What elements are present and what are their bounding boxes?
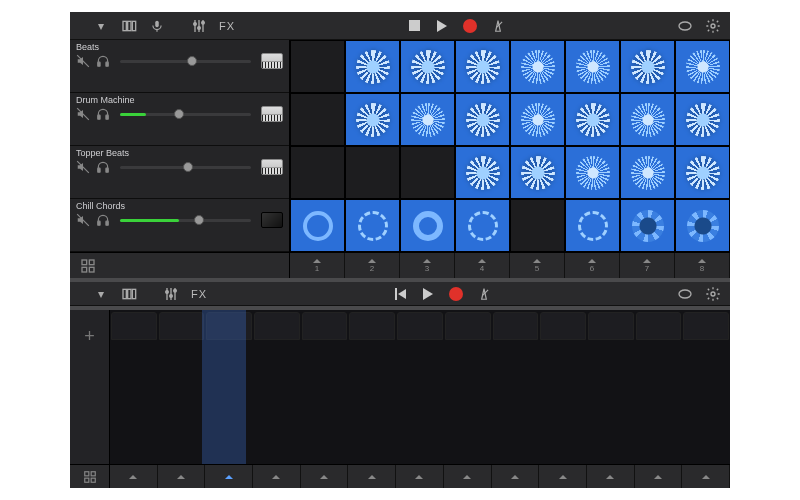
section-trigger[interactable] <box>301 465 349 488</box>
fx-button-lower[interactable]: FX <box>190 285 208 303</box>
view-mode-dropdown[interactable]: ▾ <box>92 17 110 35</box>
mute-icon[interactable] <box>76 160 90 174</box>
add-track-button[interactable]: + <box>70 310 110 464</box>
instrument-icon[interactable] <box>261 53 283 69</box>
section-trigger[interactable] <box>205 465 253 488</box>
loop-cell[interactable] <box>345 146 400 199</box>
region-slot[interactable] <box>445 312 491 340</box>
headphones-icon[interactable] <box>96 213 110 227</box>
column-trigger[interactable]: 5 <box>510 253 565 278</box>
loop-cell[interactable] <box>675 146 730 199</box>
arrangement-lanes[interactable] <box>110 310 730 464</box>
volume-slider[interactable] <box>120 219 251 222</box>
loop-cell[interactable] <box>675 93 730 146</box>
region-slot[interactable] <box>159 312 205 340</box>
region-slot[interactable] <box>540 312 586 340</box>
column-trigger[interactable]: 1 <box>290 253 345 278</box>
loop-cell[interactable] <box>620 146 675 199</box>
column-trigger[interactable]: 6 <box>565 253 620 278</box>
section-trigger[interactable] <box>158 465 206 488</box>
instrument-icon[interactable] <box>261 106 283 122</box>
loop-cell[interactable] <box>565 146 620 199</box>
column-trigger[interactable]: 8 <box>675 253 730 278</box>
loop-cell[interactable] <box>345 93 400 146</box>
region-slot[interactable] <box>493 312 539 340</box>
fx-grid-button-lower[interactable] <box>70 465 110 488</box>
loop-cell[interactable] <box>345 199 400 252</box>
volume-slider[interactable] <box>120 113 251 116</box>
stop-button[interactable] <box>405 17 423 35</box>
go-to-start-button[interactable] <box>391 285 409 303</box>
loop-cell[interactable] <box>620 40 675 93</box>
play-button-lower[interactable] <box>419 285 437 303</box>
view-mode-dropdown-lower[interactable]: ▾ <box>92 285 110 303</box>
column-trigger[interactable]: 7 <box>620 253 675 278</box>
loop-cell[interactable] <box>565 40 620 93</box>
record-button[interactable] <box>461 17 479 35</box>
column-trigger[interactable]: 3 <box>400 253 455 278</box>
section-trigger[interactable] <box>635 465 683 488</box>
track-header[interactable]: Drum Machine <box>70 93 289 146</box>
headphones-icon[interactable] <box>96 160 110 174</box>
region-slot[interactable] <box>302 312 348 340</box>
column-trigger[interactable]: 2 <box>345 253 400 278</box>
region-slot[interactable] <box>588 312 634 340</box>
instrument-icon[interactable] <box>261 212 283 228</box>
loop-cell[interactable] <box>565 93 620 146</box>
region-slot[interactable] <box>397 312 443 340</box>
loop-cell[interactable] <box>455 146 510 199</box>
loop-cell[interactable] <box>620 93 675 146</box>
fx-button[interactable]: FX <box>218 17 236 35</box>
metronome-button[interactable] <box>489 17 507 35</box>
section-trigger[interactable] <box>396 465 444 488</box>
column-trigger[interactable]: 4 <box>455 253 510 278</box>
region-slot[interactable] <box>683 312 729 340</box>
mic-icon[interactable] <box>148 17 166 35</box>
metronome-button-lower[interactable] <box>475 285 493 303</box>
loop-cell[interactable] <box>400 146 455 199</box>
headphones-icon[interactable] <box>96 107 110 121</box>
section-trigger[interactable] <box>110 465 158 488</box>
record-button-lower[interactable] <box>447 285 465 303</box>
section-trigger[interactable] <box>539 465 587 488</box>
headphones-icon[interactable] <box>96 54 110 68</box>
loop-cell[interactable] <box>400 40 455 93</box>
mixer-icon-lower[interactable] <box>162 285 180 303</box>
region-slot[interactable] <box>111 312 157 340</box>
loop-cell[interactable] <box>510 199 565 252</box>
section-trigger[interactable] <box>682 465 730 488</box>
track-header[interactable]: Chill Chords <box>70 199 289 252</box>
mute-icon[interactable] <box>76 54 90 68</box>
volume-slider[interactable] <box>120 166 251 169</box>
region-slot[interactable] <box>254 312 300 340</box>
loop-cell[interactable] <box>620 199 675 252</box>
loop-cell[interactable] <box>565 199 620 252</box>
loop-cell[interactable] <box>675 40 730 93</box>
loop-cell[interactable] <box>455 199 510 252</box>
loop-cell[interactable] <box>510 93 565 146</box>
section-trigger[interactable] <box>348 465 396 488</box>
section-trigger[interactable] <box>587 465 635 488</box>
loop-cell[interactable] <box>345 40 400 93</box>
instrument-icon[interactable] <box>261 159 283 175</box>
section-trigger[interactable] <box>253 465 301 488</box>
settings-button[interactable] <box>704 17 722 35</box>
tracks-toggle-icon[interactable] <box>120 17 138 35</box>
section-trigger[interactable] <box>492 465 540 488</box>
region-slot[interactable] <box>636 312 682 340</box>
loop-cell[interactable] <box>290 93 345 146</box>
loop-cell[interactable] <box>290 199 345 252</box>
loop-cell[interactable] <box>510 146 565 199</box>
volume-slider[interactable] <box>120 60 251 63</box>
track-header[interactable]: Beats <box>70 40 289 93</box>
loop-cell[interactable] <box>290 146 345 199</box>
playhead-region[interactable] <box>202 310 246 464</box>
loop-browser-button[interactable] <box>676 17 694 35</box>
loop-cell[interactable] <box>510 40 565 93</box>
loop-cell[interactable] <box>455 93 510 146</box>
tracks-toggle-icon-lower[interactable] <box>120 285 138 303</box>
loop-cell[interactable] <box>675 199 730 252</box>
mute-icon[interactable] <box>76 107 90 121</box>
loop-cell[interactable] <box>290 40 345 93</box>
play-button[interactable] <box>433 17 451 35</box>
